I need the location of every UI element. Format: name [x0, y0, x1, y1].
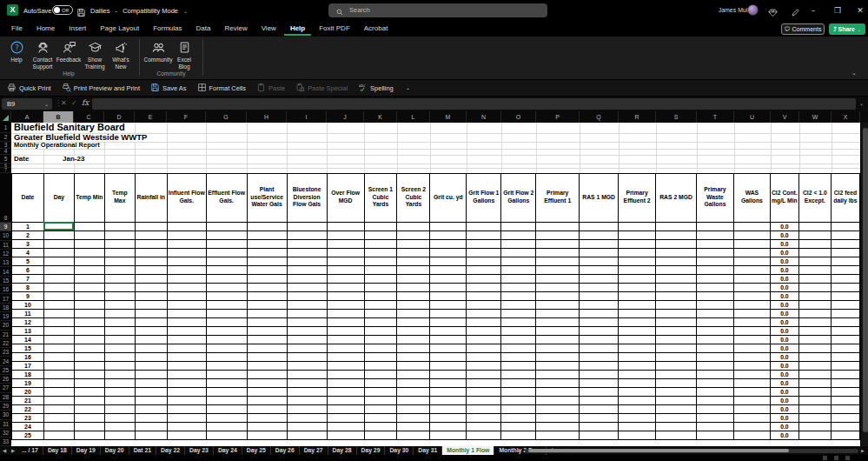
cell-b14[interactable] — [43, 265, 74, 274]
cell-g18[interactable] — [206, 300, 247, 309]
cell-t12[interactable] — [696, 248, 733, 257]
cell-v22[interactable]: 0.0 — [770, 335, 798, 344]
cell-a26[interactable]: 18 — [12, 370, 44, 378]
cell-t32[interactable] — [696, 422, 733, 431]
cell-n32[interactable] — [467, 422, 501, 431]
cell-t20[interactable] — [696, 317, 733, 326]
cell-a19[interactable]: 11 — [12, 309, 44, 317]
cell-n21[interactable] — [467, 326, 501, 335]
cell-u14[interactable] — [733, 265, 770, 274]
cell-b22[interactable] — [43, 335, 74, 344]
cell-v26[interactable]: 0.0 — [770, 370, 798, 378]
cell-q21[interactable] — [580, 326, 619, 335]
cell-w22[interactable] — [798, 335, 831, 344]
cell-j20[interactable] — [327, 317, 364, 326]
hscroll-right-icon[interactable]: ▶ — [861, 446, 865, 455]
cell-h19[interactable] — [247, 309, 287, 317]
cell-h15[interactable] — [247, 274, 287, 283]
cell-a32[interactable]: 24 — [12, 422, 44, 431]
cell-o32[interactable] — [501, 422, 536, 431]
ribbon-tab-view[interactable]: View — [255, 23, 282, 36]
cell-m27[interactable] — [430, 378, 467, 387]
cell-n24[interactable] — [467, 352, 501, 361]
cell-e13[interactable] — [135, 257, 167, 265]
cell-e28[interactable] — [135, 387, 167, 396]
cell-q15[interactable] — [580, 274, 619, 283]
cell-q10[interactable] — [580, 230, 619, 239]
cell-q12[interactable] — [580, 248, 619, 257]
collapse-ribbon-icon[interactable]: ⌄ — [851, 70, 857, 77]
cell-r22[interactable] — [619, 335, 656, 344]
cell-p16[interactable] — [536, 283, 580, 291]
cell-d25[interactable] — [104, 361, 135, 370]
cell-f20[interactable] — [167, 317, 206, 326]
table-header-primary-effluent-1[interactable]: Primary Effluent 1 — [536, 173, 580, 222]
table-header-date[interactable]: Date — [12, 173, 44, 222]
cell-u18[interactable] — [733, 300, 770, 309]
cell-i10[interactable] — [287, 230, 327, 239]
cell-h33[interactable] — [247, 431, 287, 439]
cell-w19[interactable] — [798, 309, 831, 317]
insert-function-icon[interactable]: fx — [82, 98, 89, 107]
cell-d29[interactable] — [104, 396, 135, 404]
cell-b16[interactable] — [43, 283, 74, 291]
cell-w31[interactable] — [798, 413, 831, 422]
cell-r13[interactable] — [619, 257, 656, 265]
cell-h16[interactable] — [247, 283, 287, 291]
cell-a33[interactable]: 25 — [12, 431, 44, 439]
close-button[interactable]: ✕ — [853, 3, 867, 17]
gem-icon[interactable] — [768, 5, 778, 21]
cell-v28[interactable]: 0.0 — [770, 387, 798, 396]
cell-w33[interactable] — [798, 431, 831, 439]
cell-g29[interactable] — [206, 396, 247, 404]
cell-r25[interactable] — [619, 361, 656, 370]
cell-l23[interactable] — [397, 344, 430, 352]
cell-r15[interactable] — [619, 274, 656, 283]
cell-c29[interactable] — [74, 396, 104, 404]
cell-f11[interactable] — [167, 239, 206, 248]
cell-f22[interactable] — [167, 335, 206, 344]
cell-o19[interactable] — [501, 309, 536, 317]
cell-v16[interactable]: 0.0 — [770, 283, 798, 291]
cell-s31[interactable] — [656, 413, 697, 422]
cell-q22[interactable] — [580, 335, 619, 344]
vertical-scrollbar-thumb[interactable] — [863, 128, 868, 432]
cell-e17[interactable] — [135, 291, 167, 300]
cell-u31[interactable] — [733, 413, 770, 422]
cell-t21[interactable] — [696, 326, 733, 335]
cell-b15[interactable] — [43, 274, 74, 283]
cell-v11[interactable]: 0.0 — [770, 239, 798, 248]
cell-t24[interactable] — [696, 352, 733, 361]
cell-g28[interactable] — [206, 387, 247, 396]
ribbon-tab-foxit-pdf[interactable]: Foxit PDF — [313, 23, 356, 36]
row-header-25[interactable]: 25 — [0, 366, 11, 375]
cell-x19[interactable] — [831, 309, 859, 317]
cell-p21[interactable] — [536, 326, 580, 335]
cell-q32[interactable] — [580, 422, 619, 431]
select-all-button[interactable] — [0, 111, 11, 123]
cell-p20[interactable] — [536, 317, 580, 326]
cell-c33[interactable] — [74, 431, 104, 439]
cell-j10[interactable] — [327, 230, 364, 239]
row-header-8[interactable]: 8 — [0, 173, 11, 224]
save-icon[interactable] — [76, 5, 86, 21]
cell-r19[interactable] — [619, 309, 656, 317]
cell-l19[interactable] — [397, 309, 430, 317]
cell-v24[interactable]: 0.0 — [770, 352, 798, 361]
cell-q16[interactable] — [580, 283, 619, 291]
sheet-tab-day-18[interactable]: Day 18 — [43, 446, 72, 455]
cell-x27[interactable] — [831, 378, 859, 387]
sheet-tab-day-25[interactable]: Day 25 — [242, 446, 271, 455]
cell-o23[interactable] — [501, 344, 536, 352]
cell-n25[interactable] — [467, 361, 501, 370]
cell-i27[interactable] — [287, 378, 327, 387]
cell-n16[interactable] — [467, 283, 501, 291]
sheet-nav-right-icon[interactable]: ▶ — [9, 446, 17, 455]
cell-u29[interactable] — [733, 396, 770, 404]
cell-h10[interactable] — [247, 230, 287, 239]
cell-k9[interactable] — [364, 222, 397, 230]
row-header-12[interactable]: 12 — [0, 250, 11, 258]
cell-k24[interactable] — [364, 352, 397, 361]
cell-w16[interactable] — [798, 283, 831, 291]
sheet-tab-day-26[interactable]: Day 26 — [271, 446, 300, 455]
